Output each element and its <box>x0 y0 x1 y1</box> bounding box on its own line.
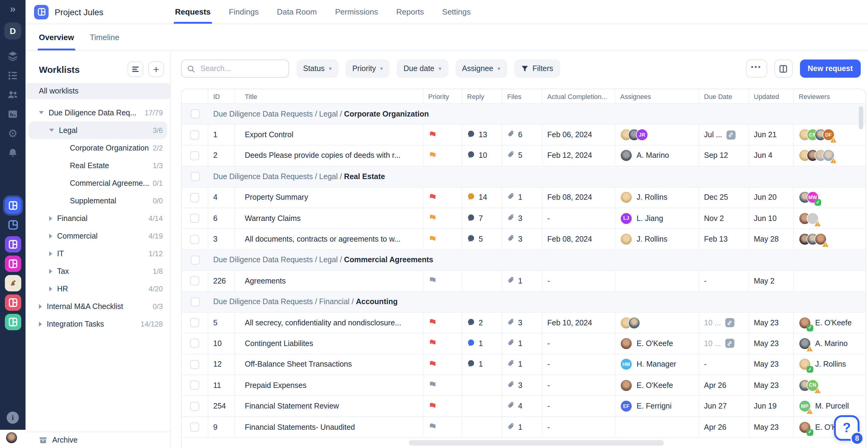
worklist-item-commercial[interactable]: Commercial4/19 <box>26 227 170 245</box>
checkbox[interactable] <box>190 130 199 139</box>
files-cell[interactable]: 1 <box>502 271 542 291</box>
reply-cell[interactable]: 14 <box>462 187 502 207</box>
checkbox[interactable] <box>190 318 199 327</box>
tab-permissions[interactable]: Permissions <box>335 0 378 24</box>
list-icon[interactable] <box>7 70 18 81</box>
column-header-files[interactable]: Files <box>502 89 542 103</box>
checkbox[interactable] <box>190 402 199 411</box>
checkbox[interactable] <box>190 214 199 223</box>
checkbox[interactable] <box>190 256 199 265</box>
due-date-cell[interactable]: Jul ... <box>699 125 749 145</box>
filters-button[interactable]: Filters <box>514 60 560 78</box>
checkbox[interactable] <box>190 360 199 369</box>
help-button[interactable]: ? 8 <box>834 415 860 441</box>
table-row[interactable]: 4Property Summary141Feb 08, 2024J. Rolli… <box>182 187 866 208</box>
chevrons-right-icon[interactable]: » <box>10 4 16 14</box>
workspace-avatar[interactable]: D <box>4 23 21 39</box>
worklist-item-internal-m-a-checklist[interactable]: Internal M&A Checklist0/3 <box>26 297 170 315</box>
tree-arrow-icon[interactable] <box>39 111 44 114</box>
reviewers-cell[interactable]: CN <box>794 375 866 395</box>
tab-settings[interactable]: Settings <box>442 0 471 24</box>
files-cell[interactable]: 5 <box>502 146 542 166</box>
archive-item[interactable]: Archive <box>26 431 170 448</box>
worklist-item-legal[interactable]: Legal3/6 <box>29 121 167 139</box>
table-row[interactable]: 1Export Control136Feb 06, 2024JRJul ...J… <box>182 125 866 146</box>
reviewers-cell[interactable] <box>794 208 866 229</box>
column-header-priority[interactable]: Priority <box>423 89 462 103</box>
due-date-cell[interactable]: 10 ... <box>699 313 749 333</box>
due-date-cell[interactable]: - <box>699 354 749 375</box>
new-request-button[interactable]: New request <box>800 60 861 78</box>
assignees-cell[interactable]: EFE. Ferrigni <box>615 396 699 416</box>
vertical-scrollbar[interactable] <box>859 106 863 129</box>
files-cell[interactable]: 3 <box>502 229 542 250</box>
column-header-checkbox[interactable] <box>182 89 208 103</box>
reply-cell[interactable] <box>462 271 502 291</box>
checkbox[interactable] <box>190 151 199 160</box>
users-icon[interactable] <box>7 89 18 100</box>
gear-icon[interactable]: ⚙ <box>7 128 18 139</box>
all-worklists-item[interactable]: All worklists <box>26 83 170 99</box>
reviewers-cell[interactable]: ✓E. O'Keefe <box>794 313 866 333</box>
breadcrumb-link[interactable]: Legal <box>319 172 338 181</box>
table-row[interactable]: 10Contingent Liabilites11-E. O'Keefe10 .… <box>182 333 866 354</box>
reply-cell[interactable]: 5 <box>462 229 502 250</box>
priority-flag-icon[interactable] <box>428 235 437 244</box>
more-actions-button[interactable]: ••• <box>746 60 767 78</box>
project-icon[interactable] <box>5 294 21 311</box>
due-date-cell[interactable]: Apr 26 <box>699 375 749 395</box>
checkbox[interactable] <box>190 297 199 306</box>
reply-cell[interactable]: 13 <box>462 125 502 145</box>
checkbox[interactable] <box>190 277 199 286</box>
table-row[interactable]: 11Prepaid Expenses3-E. O'KeefeApr 26May … <box>182 375 866 396</box>
reviewers-cell[interactable]: MPM. Purcell <box>794 396 866 416</box>
project-icon[interactable] <box>5 275 21 291</box>
assignees-cell[interactable]: E. O'Keefe <box>615 333 699 354</box>
priority-flag-icon[interactable] <box>428 381 437 390</box>
project-icon[interactable] <box>5 314 21 330</box>
search-input[interactable] <box>199 64 283 73</box>
due-date-cell[interactable]: Feb 13 <box>699 229 749 250</box>
table-row[interactable]: 9Financial Statements- Unaudited1-Apr 26… <box>182 417 866 438</box>
reply-cell[interactable] <box>462 396 502 416</box>
assignees-cell[interactable]: J. Rollins <box>615 229 699 250</box>
reviewers-cell[interactable] <box>794 271 866 291</box>
link-icon[interactable] <box>725 339 734 348</box>
reply-cell[interactable]: 1 <box>462 354 502 375</box>
assignees-cell[interactable] <box>615 417 699 437</box>
files-cell[interactable]: 1 <box>502 417 542 437</box>
assignees-cell[interactable]: E. O'Keefe <box>615 375 699 395</box>
files-cell[interactable]: 3 <box>502 313 542 333</box>
files-cell[interactable]: 6 <box>502 125 542 145</box>
columns-icon[interactable] <box>774 60 793 78</box>
worklist-item-commercial-agreeme-[interactable]: Commercial Agreeme...0/1 <box>26 174 170 192</box>
table-row[interactable]: 226Agreements1--May 2 <box>182 271 866 292</box>
filter-pill-priority[interactable]: Priority▾ <box>346 60 390 78</box>
assignees-cell[interactable] <box>615 313 699 333</box>
tree-arrow-icon[interactable] <box>49 129 54 132</box>
tree-arrow-icon[interactable] <box>49 216 52 221</box>
checkbox[interactable] <box>190 381 199 390</box>
due-date-cell[interactable]: Nov 2 <box>699 208 749 229</box>
subtab-timeline[interactable]: Timeline <box>90 24 119 51</box>
column-header-actual-completion-[interactable]: Actual Completion... <box>542 89 615 103</box>
table-row[interactable]: 12Off-Balance Sheet Transactions11-HMH. … <box>182 354 866 375</box>
breadcrumb-link[interactable]: Due Diligence Data Requests <box>213 297 313 306</box>
group-row[interactable]: Due Diligence Data Requests / Legal / Co… <box>182 104 866 125</box>
tab-findings[interactable]: Findings <box>229 0 258 24</box>
due-date-cell[interactable]: Jun 27 <box>699 396 749 416</box>
assignees-cell[interactable]: LJL. Jiang <box>615 208 699 229</box>
rows-icon[interactable] <box>128 61 143 77</box>
column-header-reviewers[interactable]: Reviewers <box>794 89 866 103</box>
link-icon[interactable] <box>725 318 734 327</box>
checkbox[interactable] <box>190 235 199 244</box>
priority-flag-icon[interactable] <box>428 151 437 160</box>
horizontal-scrollbar[interactable] <box>409 440 664 446</box>
priority-flag-icon[interactable] <box>428 402 437 411</box>
breadcrumb-link[interactable]: Legal <box>319 256 338 264</box>
reply-cell[interactable]: 2 <box>462 313 502 333</box>
column-header-title[interactable]: Title <box>235 89 423 103</box>
project-icon[interactable] <box>5 236 21 253</box>
worklist-item-tax[interactable]: Tax1/8 <box>26 262 170 280</box>
table-row[interactable]: 3All documents, contracts or agreements … <box>182 229 866 250</box>
